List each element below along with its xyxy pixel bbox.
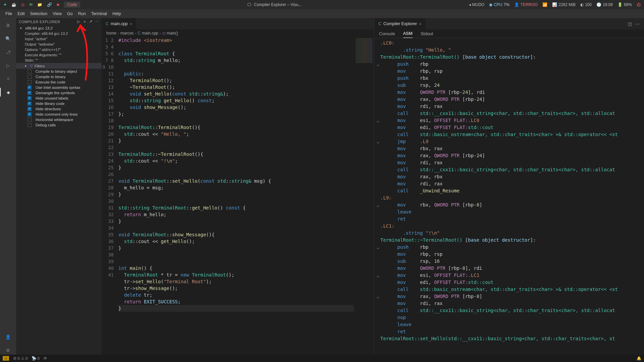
search-icon[interactable]: 🔍	[4, 34, 12, 43]
filter-9[interactable]: Horizontal whitespace	[16, 117, 102, 122]
side-panel: COMPILER EXPLORER ▷ ＋ ↗ ⋯ x86-64 gcc 13.…	[16, 18, 102, 355]
add-icon[interactable]: ＋	[83, 19, 87, 24]
wifi-icon[interactable]: 📶	[542, 2, 547, 7]
filter-2[interactable]: Execute the code	[16, 79, 102, 85]
checkbox-icon[interactable]	[28, 102, 32, 106]
filter-3[interactable]: Use Intel assembly syntax	[16, 85, 102, 90]
activity-bar: 🗎 🔍 ⎇ ▷ ⌗ ◈ 👤 ⚙	[0, 18, 16, 355]
close-icon[interactable]: ×	[130, 21, 132, 26]
checkbox-icon[interactable]	[28, 85, 32, 89]
user-indicator[interactable]: 👤 TERROO	[514, 2, 538, 7]
menu-run[interactable]: Run	[75, 11, 89, 16]
status-problems[interactable]: ⊘ 0 ⚠ 0	[13, 356, 28, 361]
window-icon: 🖵	[247, 2, 251, 7]
checkbox-icon[interactable]	[28, 75, 32, 79]
status-bell-icon[interactable]: 🔔	[637, 356, 641, 361]
filter-6[interactable]: Hide library code	[16, 101, 102, 106]
tab-compiler-explorer[interactable]: C Compiler Explorer ×	[374, 18, 426, 29]
status-build[interactable]: ⟳	[44, 356, 47, 361]
menu-go[interactable]: Go	[64, 11, 75, 16]
split-icon[interactable]: ◫	[628, 21, 632, 26]
settings-icon[interactable]: ⚙	[4, 346, 12, 355]
cpp-icon: C	[106, 21, 109, 26]
mudo-indicator[interactable]: ◂ MUDO	[469, 2, 485, 7]
more-icon[interactable]: ⋯	[635, 21, 640, 26]
editor-group: C main.cpp × home› marcos› C main.cpp› ◇…	[102, 18, 374, 355]
extensions-icon[interactable]: ⌗	[4, 74, 12, 83]
checkbox-icon[interactable]	[28, 80, 32, 84]
tray-folder-icon[interactable]: 📁	[37, 2, 42, 7]
checkbox-icon[interactable]	[28, 69, 32, 73]
filter-icon: ▽	[30, 64, 33, 68]
app-menubar: File Edit Selection View Go Run Terminal…	[0, 9, 644, 18]
filters-header[interactable]: ▽ Filters	[16, 63, 102, 69]
info-execargs: Execute Arguments: ""	[16, 52, 102, 58]
tray-camera-icon[interactable]: ■	[57, 2, 59, 7]
filter-5[interactable]: Hide unused labels	[16, 96, 102, 101]
asm-panel: C Compiler Explorer × ◫ ⋯ Console ASM St…	[374, 18, 644, 355]
menu-view[interactable]: View	[50, 11, 64, 16]
close-icon[interactable]: ×	[419, 21, 422, 26]
filter-7[interactable]: Hide directives	[16, 106, 102, 112]
breadcrumb[interactable]: home› marcos› C main.cpp› ◇ main()	[102, 29, 374, 37]
status-remote[interactable]: ⟐	[3, 356, 9, 361]
debug-icon[interactable]: ▷	[4, 61, 12, 70]
status-ports[interactable]: 📡 0	[32, 356, 40, 361]
mem-indicator[interactable]: 📊 2282 MiB	[552, 2, 576, 7]
filter-4[interactable]: Demangle the symbols	[16, 90, 102, 96]
checkbox-icon[interactable]	[28, 107, 32, 111]
ce-icon: C	[378, 21, 381, 26]
checkbox-icon[interactable]	[28, 91, 32, 95]
subtab-console[interactable]: Console	[379, 31, 395, 38]
window-title: Compiler Explorer – Visu...	[254, 2, 302, 7]
checkbox-icon[interactable]	[28, 118, 32, 122]
filter-1[interactable]: Compile to binary	[16, 74, 102, 79]
menu-terminal[interactable]: Terminal	[89, 11, 110, 16]
compiler-entry[interactable]: x86-64 gcc 13.2	[16, 25, 102, 31]
menu-help[interactable]: Help	[110, 11, 124, 16]
info-options: Options: "-std=c++17"	[16, 47, 102, 52]
tray-mail-icon[interactable]: ✉	[29, 2, 33, 7]
menu-file[interactable]: File	[3, 11, 15, 16]
filter-10[interactable]: Debug calls	[16, 122, 102, 128]
info-stdin: Stdin: ""	[16, 58, 102, 63]
compiler-explorer-icon[interactable]: ◈	[0, 88, 16, 97]
subtab-asm[interactable]: ASM	[403, 31, 413, 38]
asm-output[interactable]: .LC0: .string "Hello, " TerminalRoot::Te…	[374, 38, 644, 355]
status-bar: ⟐ ⊘ 0 ⚠ 0 📡 0 ⟳ 🔔	[0, 355, 644, 362]
subtab-stdout[interactable]: Stdout	[421, 31, 433, 38]
explorer-icon[interactable]: 🗎	[4, 21, 12, 29]
run-icon[interactable]: ▷	[77, 19, 80, 24]
brightness-indicator[interactable]: ◐ 100	[580, 2, 592, 7]
checkbox-icon[interactable]	[28, 112, 32, 116]
menu-selection[interactable]: Selection	[28, 11, 50, 16]
info-compiler: Compiler: x86-64 gcc 13.2	[16, 31, 102, 36]
tray-chrome-icon[interactable]: ◎	[21, 2, 24, 7]
taskbar-app[interactable]: Code	[64, 2, 80, 8]
tray-coffee-icon[interactable]: ☕	[11, 2, 16, 7]
side-title: COMPILER EXPLORER	[19, 20, 60, 24]
minimap[interactable]	[354, 37, 374, 355]
code-editor[interactable]: #include <iostream> class TerminalRoot {…	[118, 37, 354, 355]
filter-8[interactable]: Hide comment only lines	[16, 112, 102, 117]
checkbox-icon[interactable]	[28, 96, 32, 100]
filter-0[interactable]: Compile to binary object	[16, 69, 102, 74]
checkbox-icon[interactable]	[28, 123, 32, 127]
power-icon[interactable]: ⏻	[637, 2, 641, 7]
scm-icon[interactable]: ⎇	[4, 48, 12, 56]
tray-link-icon[interactable]: 🔗	[47, 2, 52, 7]
open-external-icon[interactable]: ↗	[89, 19, 93, 24]
info-input: Input: "active"	[16, 36, 102, 42]
more-icon[interactable]: ⋯	[95, 19, 99, 24]
account-icon[interactable]: 👤	[4, 333, 12, 341]
app-launcher-icon[interactable]: ✦	[3, 2, 7, 7]
clock[interactable]: 🕐 19:08	[596, 2, 613, 7]
cpu-indicator[interactable]: ◉ CPU 7%	[489, 2, 509, 7]
menu-edit[interactable]: Edit	[15, 11, 28, 16]
battery-indicator[interactable]: 🔋 66%	[618, 2, 632, 7]
info-output: Output: "webview"	[16, 42, 102, 47]
tab-main-cpp[interactable]: C main.cpp ×	[102, 18, 137, 29]
